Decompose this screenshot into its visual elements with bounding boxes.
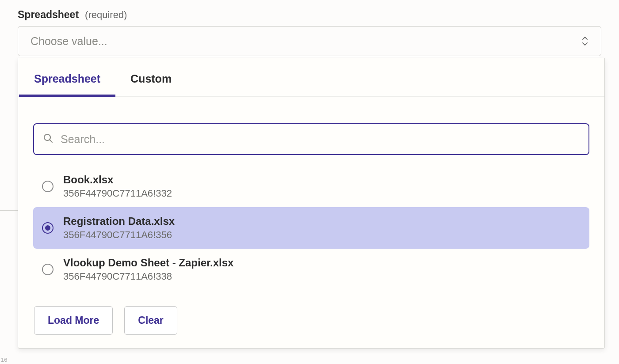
field-label-row: Spreadsheet (required) (18, 9, 601, 21)
option-id: 356F44790C7711A6!356 (63, 229, 175, 241)
search-wrapper[interactable] (33, 123, 589, 155)
options-list: Book.xlsx 356F44790C7711A6!332 Registrat… (33, 166, 589, 290)
corner-number: 16 (1, 356, 7, 363)
field-label: Spreadsheet (18, 9, 79, 21)
spreadsheet-select-trigger[interactable]: Choose value... (18, 26, 601, 56)
radio-icon (42, 264, 53, 275)
option-text: Registration Data.xlsx 356F44790C7711A6!… (63, 215, 175, 241)
field-required-text: (required) (85, 9, 127, 21)
tabs-bar: Spreadsheet Custom (18, 58, 604, 97)
option-book[interactable]: Book.xlsx 356F44790C7711A6!332 (33, 166, 589, 207)
option-text: Vlookup Demo Sheet - Zapier.xlsx 356F447… (63, 257, 233, 282)
option-vlookup-demo[interactable]: Vlookup Demo Sheet - Zapier.xlsx 356F447… (33, 249, 589, 290)
search-input[interactable] (61, 133, 580, 146)
divider (0, 210, 18, 211)
chevron-up-down-icon (581, 36, 588, 46)
tab-custom[interactable]: Custom (115, 58, 187, 96)
search-icon (43, 133, 53, 145)
option-registration-data[interactable]: Registration Data.xlsx 356F44790C7711A6!… (33, 207, 589, 249)
option-text: Book.xlsx 356F44790C7711A6!332 (63, 174, 172, 199)
clear-button[interactable]: Clear (124, 306, 177, 335)
option-name: Registration Data.xlsx (63, 215, 175, 228)
option-name: Vlookup Demo Sheet - Zapier.xlsx (63, 257, 233, 269)
option-name: Book.xlsx (63, 174, 172, 186)
select-placeholder: Choose value... (31, 35, 107, 48)
option-id: 356F44790C7711A6!332 (63, 188, 172, 199)
load-more-button[interactable]: Load More (34, 306, 113, 335)
radio-icon (42, 181, 53, 192)
dropdown-panel: Spreadsheet Custom Book.xlsx 356F44790C7… (18, 58, 605, 349)
option-id: 356F44790C7711A6!338 (63, 271, 233, 282)
actions-row: Load More Clear (33, 306, 589, 335)
panel-body: Book.xlsx 356F44790C7711A6!332 Registrat… (18, 97, 604, 335)
svg-line-1 (50, 140, 53, 143)
radio-icon (42, 222, 53, 234)
tab-spreadsheet[interactable]: Spreadsheet (19, 58, 115, 96)
field-container: Spreadsheet (required) Choose value... (0, 0, 619, 56)
